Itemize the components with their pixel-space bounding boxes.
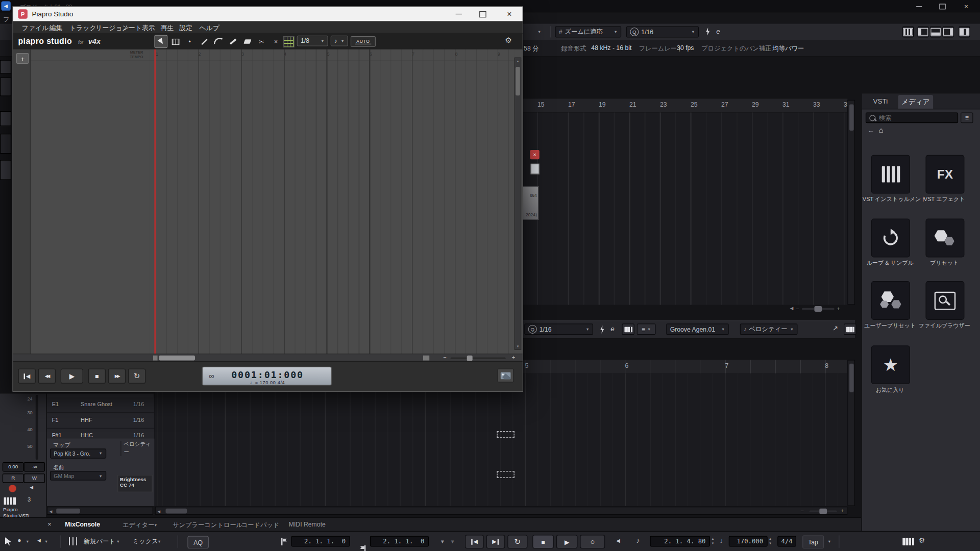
time-signature-display[interactable]: 4/4	[777, 536, 796, 547]
position-display[interactable]: 2. 1. 4. 80	[650, 536, 710, 547]
hscroll-thumb[interactable]	[159, 356, 195, 361]
drum-list-hscrollbar[interactable]: ◀	[47, 507, 153, 515]
hscroll-thumb[interactable]	[165, 509, 187, 514]
stepper-up-icon[interactable]: ▲	[769, 537, 772, 541]
menu-edit[interactable]: 編集	[50, 24, 63, 33]
left-rack-tile[interactable]	[0, 134, 11, 154]
stepper-down-icon[interactable]: ▼	[769, 541, 772, 545]
go-to-start-button[interactable]: ◀	[465, 535, 484, 548]
instrument-keyboard-icon[interactable]	[4, 497, 16, 505]
edited-track-combo[interactable]: Groove Agen.01 ▼	[666, 323, 728, 335]
curve-tool-button[interactable]	[212, 35, 225, 48]
line-tool-button[interactable]	[198, 35, 211, 48]
right-locator-icon[interactable]	[360, 545, 365, 551]
left-locator-display[interactable]: 2. 1. 1. 0	[291, 536, 350, 547]
left-rack-tile[interactable]	[0, 78, 11, 96]
zoom-out-icon[interactable]: −	[801, 508, 804, 514]
tab-midi-remote[interactable]: MIDI Remote	[289, 521, 326, 528]
editor-vscrollbar[interactable]	[847, 360, 855, 506]
mix-selector[interactable]: ミックス	[133, 537, 158, 546]
auto-button[interactable]: AUTO	[351, 36, 376, 47]
event-layers-button[interactable]: ≡ ▼	[637, 323, 656, 335]
mixer-icon[interactable]	[69, 537, 77, 545]
vscroll-thumb[interactable]	[849, 364, 854, 392]
app-back-icon[interactable]: ◀	[1, 1, 10, 10]
piapro-vscrollbar[interactable]: ▲ ▼	[514, 58, 521, 350]
setup-grid-icon[interactable]	[902, 26, 914, 37]
drum-row[interactable]: F1 HHF 1/16	[47, 413, 155, 429]
editor-grid[interactable]	[155, 373, 848, 506]
tab-mixconsole[interactable]: MixConsole	[65, 521, 100, 528]
record-enable-button[interactable]	[9, 485, 16, 492]
background-image-button[interactable]	[498, 368, 514, 382]
stepper-up-icon[interactable]: ▲	[711, 537, 714, 541]
zoom-slider-thumb[interactable]	[467, 356, 473, 361]
scroll-down-icon[interactable]: ▼	[516, 344, 519, 348]
stop-button[interactable]: ■	[532, 535, 554, 548]
tile-loops-samples[interactable]	[871, 219, 910, 258]
tile-vst-effects[interactable]: FX	[925, 155, 964, 194]
pan-value-box[interactable]: -∞	[24, 462, 45, 471]
play-button[interactable]: ▶	[556, 535, 578, 548]
stepper-down-icon[interactable]: ▼	[711, 541, 714, 545]
tempo-display[interactable]: 170.000	[729, 536, 768, 547]
transport-settings-gear-icon[interactable]: ⚙	[919, 537, 925, 545]
audition-quantize-button[interactable]: AQ	[187, 536, 209, 548]
write-automation-button[interactable]: W	[24, 473, 45, 483]
tempo-note-icon[interactable]: ♩	[720, 537, 727, 544]
tile-user-presets[interactable]	[871, 281, 910, 320]
menu-file[interactable]: ファイル	[22, 24, 49, 33]
mute-tool-button[interactable]: ×	[270, 35, 283, 48]
tempo-stepper[interactable]: ▲ ▼	[769, 537, 772, 545]
tab-editor[interactable]: エディター	[122, 521, 154, 530]
scroll-up-icon[interactable]: ▲	[516, 59, 519, 63]
tab-editor-caret[interactable]: ▼	[154, 523, 157, 527]
toggle-left-zone-button[interactable]	[918, 26, 929, 37]
go-to-end-button[interactable]: ▶	[486, 535, 505, 548]
record-mode-icon[interactable]: ●	[17, 537, 21, 543]
monitor-speaker-icon[interactable]: ◄	[36, 537, 42, 543]
iterative-quantize-icon[interactable]	[705, 28, 710, 36]
monitor-speaker-icon[interactable]: ◄	[29, 484, 34, 490]
tile-presets[interactable]	[925, 219, 964, 258]
controller-lane-combo[interactable]: ♪ ベロシティー ▼	[740, 323, 798, 335]
window-layout-button[interactable]	[959, 26, 970, 37]
window-minimize-button[interactable]	[908, 0, 930, 12]
hscroll-left-icon[interactable]: ◀	[158, 509, 161, 514]
editor-keyboard-button[interactable]	[844, 323, 856, 335]
piapro-close-button[interactable]: ×	[496, 7, 522, 21]
close-lower-zone-button[interactable]: ×	[47, 520, 52, 528]
fader-track[interactable]	[36, 395, 38, 460]
vscroll-thumb[interactable]	[849, 104, 854, 130]
left-locator-icon[interactable]	[281, 538, 287, 545]
part-caret[interactable]: ▼	[116, 540, 120, 543]
open-in-window-button[interactable]: ↗	[832, 324, 838, 333]
zoom-slider[interactable]	[810, 510, 837, 512]
zoom-in-icon[interactable]: +	[512, 354, 515, 360]
note-length-combo[interactable]: ♪ ▼	[331, 36, 348, 46]
hscroll-end-cap[interactable]	[423, 356, 429, 361]
framerate-value[interactable]: 30 fps	[677, 44, 694, 51]
menu-view[interactable]: 表示	[142, 24, 155, 33]
drum-map-combo[interactable]: Pop Kit 3 - Gro. ▼	[50, 448, 106, 459]
acoustic-feedback-button[interactable]	[622, 323, 634, 335]
hscroll-left-icon[interactable]: ◀	[790, 306, 794, 311]
midi-keyboard-icon[interactable]	[902, 538, 915, 545]
drum-row[interactable]: F#1 HHC 1/16	[47, 429, 155, 439]
record-mode-caret[interactable]: ▼	[26, 540, 29, 543]
left-rack-tile[interactable]	[0, 160, 11, 180]
hscroll-start-cap[interactable]	[153, 356, 158, 361]
tile-file-browser[interactable]	[925, 281, 964, 320]
piapro-settings-gear-icon[interactable]: ⚙	[505, 36, 511, 45]
tile-vst-instruments[interactable]	[871, 155, 910, 194]
home-icon[interactable]: ⌂	[879, 126, 884, 134]
iterative-quantize-icon[interactable]	[599, 325, 605, 334]
menu-track[interactable]: トラック	[69, 24, 96, 33]
time-display[interactable]: ∞ 0001:01:000 ♩= 170.00 4/4	[202, 367, 332, 386]
add-track-button[interactable]: +	[16, 53, 29, 64]
vscroll-thumb[interactable]	[516, 67, 520, 95]
stop-button[interactable]: ■	[88, 368, 106, 383]
record-button[interactable]: ○	[580, 535, 605, 548]
piapro-hscrollbar[interactable]: − +	[13, 354, 523, 361]
menu-fragment[interactable]: フ	[3, 15, 10, 23]
